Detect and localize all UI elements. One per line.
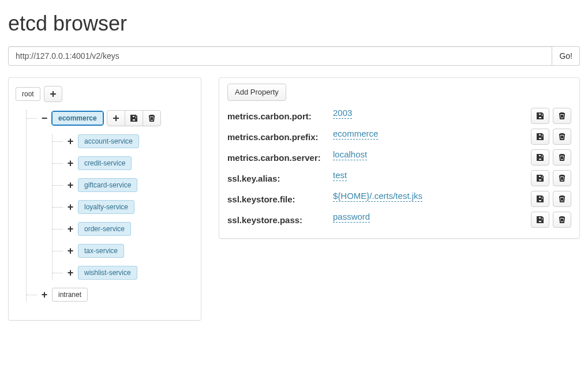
save-button[interactable] bbox=[531, 149, 549, 165]
expand-toggle[interactable]: + bbox=[40, 291, 48, 299]
tree-panel: root − ecommerce +account-service+credit… bbox=[8, 77, 201, 321]
save-button[interactable] bbox=[531, 108, 549, 124]
url-bar: Go! bbox=[8, 46, 580, 66]
expand-toggle[interactable]: + bbox=[66, 269, 74, 277]
property-value[interactable]: test bbox=[333, 170, 347, 181]
delete-button[interactable] bbox=[553, 170, 571, 186]
save-icon bbox=[536, 216, 544, 224]
property-key: ssl.keystore.file: bbox=[227, 194, 328, 204]
trash-icon bbox=[558, 174, 566, 182]
tree-node: +account-service bbox=[53, 134, 195, 148]
property-key: metrics.carbon.server: bbox=[227, 153, 328, 163]
save-icon bbox=[130, 114, 138, 122]
property-row: metrics.carbon.server:localhost bbox=[227, 147, 571, 168]
property-row: ssl.keystore.file:${HOME}/.certs/test.jk… bbox=[227, 189, 571, 209]
properties-panel: Add Property metrics.carbon.port:2003met… bbox=[219, 77, 580, 239]
save-icon bbox=[536, 195, 544, 203]
tree-node: +wishlist-service bbox=[53, 266, 195, 280]
expand-toggle[interactable]: + bbox=[66, 247, 74, 255]
tree-node: +credit-service bbox=[53, 156, 195, 170]
property-key: metrics.carbon.prefix: bbox=[227, 132, 328, 142]
tree-node-label[interactable]: order-service bbox=[78, 222, 131, 236]
go-button[interactable]: Go! bbox=[552, 46, 580, 66]
property-value[interactable]: ${HOME}/.certs/test.jks bbox=[333, 191, 422, 202]
trash-icon bbox=[148, 114, 156, 122]
save-icon bbox=[536, 112, 544, 120]
save-button[interactable] bbox=[125, 110, 143, 126]
trash-icon bbox=[558, 133, 566, 141]
property-key: metrics.carbon.port: bbox=[227, 111, 328, 121]
save-icon bbox=[536, 133, 544, 141]
save-button[interactable] bbox=[531, 129, 549, 145]
collapse-toggle[interactable]: − bbox=[40, 114, 48, 122]
tree-root-node[interactable]: root bbox=[16, 87, 40, 101]
property-row: ssl.keystore.pass:password bbox=[227, 209, 571, 230]
expand-toggle[interactable]: + bbox=[66, 181, 74, 189]
trash-icon bbox=[558, 153, 566, 161]
tree-node-intranet[interactable]: intranet bbox=[52, 288, 88, 302]
delete-button[interactable] bbox=[553, 212, 571, 228]
tree-node: +tax-service bbox=[53, 244, 195, 258]
node-action-group bbox=[107, 110, 161, 126]
tree-node-label[interactable]: credit-service bbox=[78, 156, 132, 170]
tree-node-label[interactable]: giftcard-service bbox=[78, 178, 137, 192]
delete-button[interactable] bbox=[553, 108, 571, 124]
save-button[interactable] bbox=[531, 191, 549, 207]
save-icon bbox=[536, 153, 544, 161]
expand-toggle[interactable]: + bbox=[66, 159, 74, 167]
tree-node: +loyalty-service bbox=[53, 200, 195, 214]
expand-toggle[interactable]: + bbox=[66, 137, 74, 145]
property-value[interactable]: localhost bbox=[333, 149, 367, 160]
property-row: metrics.carbon.prefix:ecommerce bbox=[227, 126, 571, 147]
property-row: metrics.carbon.port:2003 bbox=[227, 106, 571, 126]
delete-button[interactable] bbox=[553, 149, 571, 165]
url-input[interactable] bbox=[8, 46, 552, 66]
tree-node-label[interactable]: wishlist-service bbox=[78, 266, 137, 280]
save-button[interactable] bbox=[531, 170, 549, 186]
tree-node: +order-service bbox=[53, 222, 195, 236]
property-value[interactable]: 2003 bbox=[333, 108, 352, 119]
tree-node-label[interactable]: tax-service bbox=[78, 244, 124, 258]
tree-node-label[interactable]: loyalty-service bbox=[78, 200, 134, 214]
add-property-button[interactable]: Add Property bbox=[227, 84, 286, 101]
expand-toggle[interactable]: + bbox=[66, 225, 74, 233]
trash-icon bbox=[558, 216, 566, 224]
property-value[interactable]: ecommerce bbox=[333, 129, 378, 140]
add-child-button[interactable] bbox=[44, 86, 62, 102]
property-row: ssl.key.alias:test bbox=[227, 168, 571, 189]
expand-toggle[interactable]: + bbox=[66, 203, 74, 211]
plus-icon bbox=[49, 90, 57, 98]
add-child-button[interactable] bbox=[107, 110, 125, 126]
delete-button[interactable] bbox=[553, 191, 571, 207]
property-value[interactable]: password bbox=[333, 212, 370, 223]
page-title: etcd browser bbox=[8, 12, 580, 36]
tree-node-label[interactable]: account-service bbox=[78, 134, 139, 148]
save-button[interactable] bbox=[531, 212, 549, 228]
tree-node: +giftcard-service bbox=[53, 178, 195, 192]
property-key: ssl.key.alias: bbox=[227, 174, 328, 183]
tree-node-ecommerce[interactable]: ecommerce bbox=[52, 111, 103, 125]
trash-icon bbox=[558, 195, 566, 203]
delete-button[interactable] bbox=[143, 110, 161, 126]
plus-icon bbox=[112, 114, 120, 122]
save-icon bbox=[536, 174, 544, 182]
trash-icon bbox=[558, 112, 566, 120]
delete-button[interactable] bbox=[553, 129, 571, 145]
property-key: ssl.keystore.pass: bbox=[227, 215, 328, 225]
